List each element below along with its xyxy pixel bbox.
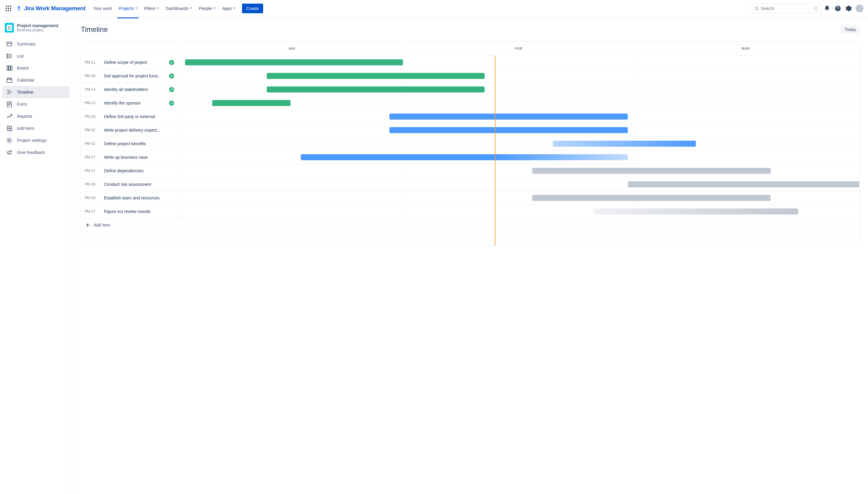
timeline-bar[interactable] xyxy=(594,208,798,214)
item-title[interactable]: Conduct risk assessment xyxy=(104,182,174,187)
product-logo[interactable]: Jira Work Management xyxy=(16,5,86,12)
row-left: PM-13Identify the sponsor xyxy=(81,96,178,110)
nav-item-dashboards[interactable]: Dashboards xyxy=(163,4,195,13)
timeline-bar[interactable] xyxy=(553,141,696,147)
nav-item-apps[interactable]: Apps xyxy=(219,4,238,13)
project-header[interactable]: Project management Business project xyxy=(2,23,70,38)
check-circle-icon xyxy=(169,87,174,92)
sidebar-item-form[interactable]: Form xyxy=(2,98,70,110)
notifications-button[interactable] xyxy=(822,4,832,13)
item-id[interactable]: PM-27 xyxy=(85,209,99,213)
sidebar-item-label: Add item xyxy=(17,126,34,131)
nav-item-filters[interactable]: Filters xyxy=(141,4,162,13)
row-right xyxy=(178,191,859,205)
item-title[interactable]: Establish team and resources xyxy=(104,195,174,200)
month-header: FEB xyxy=(405,41,633,55)
list-icon xyxy=(6,53,13,59)
sidebar-item-give-feedback[interactable]: Give feedback xyxy=(2,146,70,158)
item-id[interactable]: PM-29 xyxy=(85,182,99,187)
sidebar-item-label: Give feedback xyxy=(17,150,45,155)
search-box[interactable]: / xyxy=(752,3,821,14)
nav-item-label: People xyxy=(199,6,212,11)
timeline-row[interactable]: PM-12Define dependencies xyxy=(81,164,859,178)
timeline-row[interactable]: PM-35Get approval for project fund... xyxy=(81,69,859,83)
row-left: PM-17Write up business case xyxy=(81,151,178,164)
sidebar-item-board[interactable]: Board xyxy=(2,62,70,74)
item-id[interactable]: PM-17 xyxy=(85,155,99,159)
chevron-down-icon xyxy=(213,7,216,9)
sidebar-item-summary[interactable]: Summary xyxy=(2,38,70,50)
primary-nav: Your workProjectsFiltersDashboardsPeople… xyxy=(90,4,238,13)
nav-item-your-work[interactable]: Your work xyxy=(90,4,115,13)
row-right xyxy=(178,69,859,82)
sidebar-item-calendar[interactable]: Calendar xyxy=(2,74,70,86)
sidebar-item-label: Board xyxy=(17,66,29,71)
add-item-row[interactable]: Add item xyxy=(81,218,859,232)
svg-rect-15 xyxy=(9,66,10,71)
help-button[interactable] xyxy=(833,4,843,13)
today-button[interactable]: Today xyxy=(841,25,860,34)
item-title[interactable]: Write up business case xyxy=(104,155,174,160)
timeline-row[interactable]: PM-29Conduct risk assessment xyxy=(81,178,859,191)
nav-item-label: Projects xyxy=(118,6,134,11)
sidebar-item-project-settings[interactable]: Project settings xyxy=(2,134,70,146)
item-id[interactable]: PM-32 xyxy=(85,128,99,132)
item-title[interactable]: Identify the sponsor xyxy=(104,101,164,106)
sidebar-item-list[interactable]: List xyxy=(2,50,70,62)
timeline-row[interactable]: PM-33Define 3rd party or external xyxy=(81,110,859,124)
item-id[interactable]: PM-11 xyxy=(85,60,99,64)
sidebar-item-label: Project settings xyxy=(17,138,47,143)
row-right xyxy=(178,96,859,110)
timeline-bar[interactable] xyxy=(389,127,628,133)
item-title[interactable]: Figure out review rounds xyxy=(104,209,174,214)
item-title[interactable]: Write project delivery expect... xyxy=(104,128,174,133)
item-title[interactable]: Identify all stakeholders xyxy=(104,87,164,92)
item-title[interactable]: Define project benefits xyxy=(104,141,174,146)
item-title[interactable]: Get approval for project fund... xyxy=(104,74,164,78)
timeline-row[interactable]: PM-22Define project benefits xyxy=(81,137,859,151)
item-id[interactable]: PM-33 xyxy=(85,114,99,119)
month-header: JAN xyxy=(178,41,405,55)
timeline-row[interactable]: PM-17Write up business case xyxy=(81,151,859,164)
item-id[interactable]: PM-14 xyxy=(85,87,99,92)
item-id[interactable]: PM-35 xyxy=(85,74,99,78)
sidebar-item-reports[interactable]: Reports xyxy=(2,110,70,122)
timeline-bar[interactable] xyxy=(628,181,859,187)
timeline-row[interactable]: PM-27Figure out review rounds xyxy=(81,205,859,218)
nav-item-projects[interactable]: Projects xyxy=(115,4,141,13)
create-button[interactable]: Create xyxy=(242,4,263,13)
item-id[interactable]: PM-10 xyxy=(85,196,99,200)
row-left: PM-11Define scope of project xyxy=(81,56,178,69)
timeline-bar[interactable] xyxy=(389,114,628,119)
timeline-row[interactable]: PM-10Establish team and resources xyxy=(81,191,859,205)
sidebar-item-timeline[interactable]: Timeline xyxy=(2,86,70,98)
item-title[interactable]: Define 3rd party or external xyxy=(104,114,174,119)
timeline-bar[interactable] xyxy=(267,73,485,79)
item-title[interactable]: Define dependencies xyxy=(104,168,174,173)
nav-item-people[interactable]: People xyxy=(196,4,219,13)
timeline-bar[interactable] xyxy=(532,195,771,201)
item-id[interactable]: PM-13 xyxy=(85,101,99,105)
search-input[interactable] xyxy=(761,6,814,11)
timeline-row[interactable]: PM-32Write project delivery expect... xyxy=(81,124,859,137)
timeline-row[interactable]: PM-14Identify all stakeholders xyxy=(81,83,859,96)
additem-icon xyxy=(6,125,13,132)
item-id[interactable]: PM-12 xyxy=(85,169,99,173)
timeline-row[interactable]: PM-11Define scope of project xyxy=(81,56,859,69)
chevron-down-icon xyxy=(135,7,137,9)
timeline-bar[interactable] xyxy=(267,87,485,93)
item-id[interactable]: PM-22 xyxy=(85,141,99,146)
timeline-bar[interactable] xyxy=(532,168,771,174)
profile-button[interactable] xyxy=(855,4,864,13)
settings-button[interactable] xyxy=(844,4,853,13)
month-header: MAR xyxy=(632,41,859,55)
bell-icon xyxy=(824,5,830,12)
timeline-bar[interactable] xyxy=(212,100,291,106)
timeline-body: PM-11Define scope of projectPM-35Get app… xyxy=(81,56,859,246)
sidebar-item-add-item[interactable]: Add item xyxy=(2,122,70,134)
timeline-row[interactable]: PM-13Identify the sponsor xyxy=(81,96,859,110)
app-switcher-button[interactable] xyxy=(4,4,13,13)
timeline-bar[interactable] xyxy=(185,59,403,65)
timeline-bar[interactable] xyxy=(301,154,628,160)
item-title[interactable]: Define scope of project xyxy=(104,60,164,65)
